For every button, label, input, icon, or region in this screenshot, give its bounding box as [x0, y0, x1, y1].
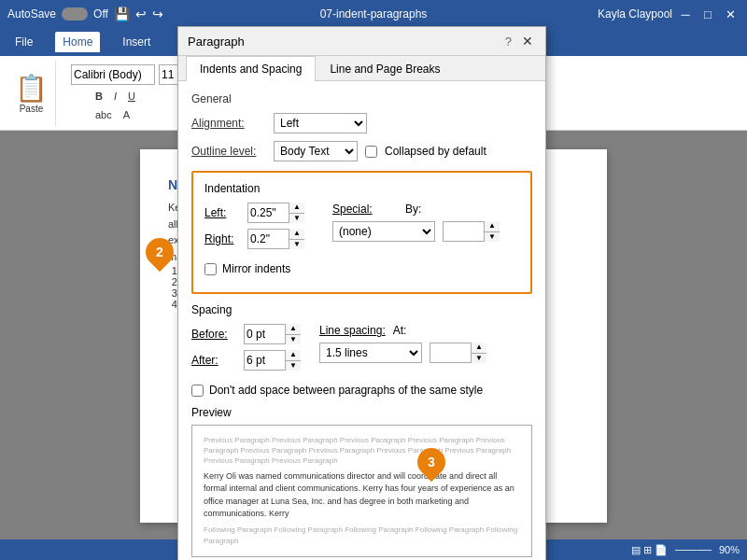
indent-left-right: Left: ▲ ▼ Right: — [204, 203, 304, 255]
after-down-btn[interactable]: ▼ — [286, 361, 301, 371]
right-spinner: ▲ ▼ — [247, 229, 304, 249]
spacing-before-after: Before: ▲ ▼ After: — [191, 324, 301, 376]
left-up-btn[interactable]: ▲ — [289, 203, 304, 214]
undo-icon[interactable]: ↩ — [135, 7, 147, 21]
dialog-close-button[interactable]: ✕ — [519, 33, 536, 49]
strikethrough-button[interactable]: abc — [92, 107, 116, 122]
dialog-titlebar: Paragraph ? ✕ — [178, 27, 545, 56]
before-input[interactable] — [244, 324, 286, 344]
badge-3-label: 3 — [428, 455, 435, 469]
right-indent-row: Right: ▲ ▼ — [204, 229, 304, 249]
right-down-btn[interactable]: ▼ — [289, 240, 304, 250]
by-up-btn[interactable]: ▲ — [485, 221, 500, 232]
at-up-btn[interactable]: ▲ — [472, 343, 486, 354]
italic-button[interactable]: I — [110, 89, 120, 104]
outline-row: Outline level: Body Text Level 1 Level 2… — [191, 141, 532, 161]
special-select[interactable]: (none) First line Hanging — [332, 221, 435, 242]
preview-box: Previous Paragraph Previous Paragraph Pr… — [191, 425, 532, 557]
at-spinner-btns: ▲ ▼ — [472, 343, 486, 363]
preview-current-para: Kerry Oli was named communications direc… — [204, 470, 520, 521]
underline-button[interactable]: U — [124, 89, 139, 104]
before-row: Before: ▲ ▼ — [191, 324, 301, 344]
tab-indents-spacing[interactable]: Indents and Spacing — [186, 56, 316, 81]
before-up-btn[interactable]: ▲ — [286, 324, 301, 335]
indentation-label: Indentation — [204, 182, 519, 195]
font-format-buttons: B I U abc A — [92, 89, 166, 122]
autosave-state: Off — [93, 7, 108, 21]
by-input[interactable] — [443, 221, 485, 242]
special-label: Special: — [332, 203, 398, 216]
tab-insert[interactable]: Insert — [115, 32, 158, 52]
by-label: By: — [405, 203, 424, 216]
after-spinner-btns: ▲ ▼ — [286, 350, 301, 371]
title-bar-left: AutoSave Off 💾 ↩ ↪ — [7, 7, 190, 21]
collapsed-checkbox[interactable] — [365, 146, 377, 158]
tab-home[interactable]: Home — [55, 32, 100, 52]
outline-label: Outline level: — [191, 145, 266, 158]
font-color-button[interactable]: A — [120, 107, 134, 122]
dialog-title: Paragraph — [188, 35, 245, 49]
minimize-button[interactable]: ─ — [676, 5, 695, 23]
spacing-label: Spacing — [191, 303, 532, 316]
outline-select[interactable]: Body Text Level 1 Level 2 — [274, 141, 358, 161]
no-space-label: Don't add space between paragraphs of th… — [209, 384, 483, 397]
title-bar: AutoSave Off 💾 ↩ ↪ 07-indent-paragraphs … — [0, 0, 747, 28]
preview-prev-para: Previous Paragraph Previous Paragraph Pr… — [204, 435, 520, 467]
right-label: Right: — [204, 232, 242, 245]
spacing-line: Line spacing: At: Single 1.5 lines Doubl… — [319, 324, 486, 363]
tab-line-page-breaks[interactable]: Line and Page Breaks — [316, 56, 454, 81]
layout-icons: ▤ ⊞ 📄 — [631, 544, 668, 556]
after-up-btn[interactable]: ▲ — [286, 350, 301, 361]
dialog-content: General Alignment: Left Centered Right J… — [178, 81, 545, 560]
left-down-btn[interactable]: ▼ — [289, 214, 304, 224]
linespacing-label: Line spacing: — [319, 324, 386, 337]
bold-button[interactable]: B — [92, 89, 106, 104]
paste-button[interactable]: 📋 Paste — [15, 73, 48, 114]
after-spinner: ▲ ▼ — [244, 350, 301, 371]
at-spinner: ▲ ▼ — [430, 343, 486, 363]
indent-special-by: Special: By: (none) First line Hanging — [332, 203, 500, 242]
preview-section: Preview Previous Paragraph Previous Para… — [191, 406, 532, 557]
alignment-label: Alignment: — [191, 117, 266, 130]
at-input[interactable] — [430, 343, 472, 363]
no-space-row: Don't add space between paragraphs of th… — [191, 384, 532, 397]
no-space-checkbox[interactable] — [191, 385, 204, 397]
title-bar-filename: 07-indent-paragraphs — [190, 7, 557, 21]
mirror-indent-checkbox[interactable] — [204, 263, 217, 275]
at-down-btn[interactable]: ▼ — [472, 354, 486, 364]
dialog-help-button[interactable]: ? — [505, 35, 512, 49]
preview-follow-para: Following Paragraph Following Paragraph … — [204, 525, 520, 547]
after-row: After: ▲ ▼ — [191, 350, 301, 371]
linespacing-select[interactable]: Single 1.5 lines Double At least Exactly… — [319, 343, 422, 363]
before-down-btn[interactable]: ▼ — [286, 335, 301, 345]
after-input[interactable] — [244, 350, 286, 371]
mirror-indent-label: Mirror indents — [222, 262, 290, 275]
dialog-titlebar-right: ? ✕ — [505, 33, 536, 49]
maximize-button[interactable]: □ — [698, 5, 717, 23]
alignment-select[interactable]: Left Centered Right Justified — [274, 113, 367, 133]
badge-2-label: 2 — [156, 245, 163, 259]
tab-file[interactable]: File — [7, 32, 40, 52]
close-button[interactable]: ✕ — [721, 5, 740, 23]
font-name-input[interactable] — [71, 64, 155, 85]
right-input[interactable] — [247, 229, 289, 249]
before-spinner: ▲ ▼ — [244, 324, 301, 344]
right-up-btn[interactable]: ▲ — [289, 229, 304, 240]
left-spinner: ▲ ▼ — [247, 203, 304, 223]
indentation-section: Indentation Left: ▲ ▼ — [191, 171, 532, 294]
save-icon[interactable]: 💾 — [114, 7, 130, 21]
by-down-btn[interactable]: ▼ — [485, 232, 500, 243]
left-input[interactable] — [247, 203, 289, 223]
left-indent-row: Left: ▲ ▼ — [204, 203, 304, 223]
collapsed-label: Collapsed by default — [385, 145, 486, 158]
clipboard-group: 📋 Paste — [7, 61, 56, 126]
by-spinner-btns: ▲ ▼ — [485, 221, 500, 242]
by-spinner: ▲ ▼ — [443, 221, 500, 242]
alignment-row: Alignment: Left Centered Right Justified — [191, 113, 532, 133]
paragraph-dialog: Paragraph ? ✕ Indents and Spacing Line a… — [177, 26, 546, 560]
left-label: Left: — [204, 206, 242, 219]
autosave-toggle[interactable] — [62, 7, 88, 21]
redo-icon[interactable]: ↪ — [152, 7, 163, 21]
autosave-label: AutoSave — [7, 7, 56, 21]
general-label: General — [191, 92, 532, 105]
